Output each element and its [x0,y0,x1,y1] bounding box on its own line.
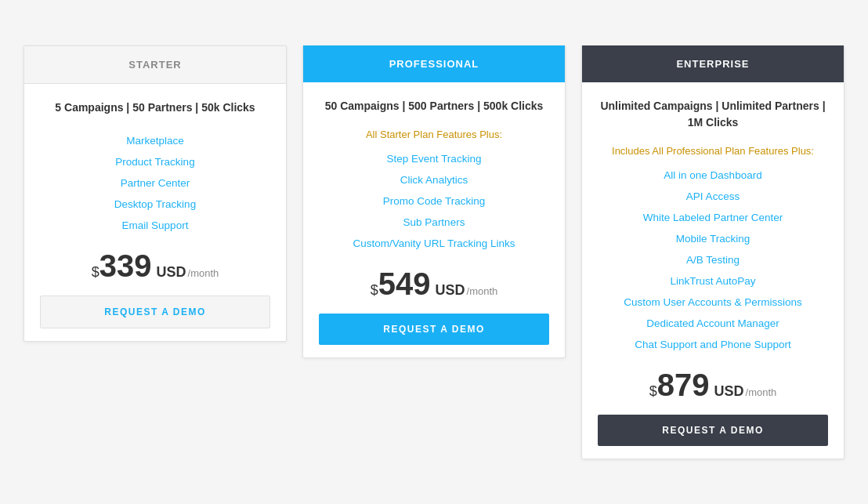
price-period: /month [188,267,219,279]
price-amount: 879 [657,369,710,401]
price-period: /month [467,285,498,297]
feature-item: Dedicated Account Manager [598,313,828,334]
feature-item: Promo Code Tracking [319,190,549,212]
feature-item: Product Tracking [40,151,270,172]
feature-item: All in one Dashboard [598,165,828,186]
cta-button-professional[interactable]: REQUEST A DEMO [319,314,549,345]
plan-features-enterprise: All in one DashboardAPI AccessWhite Labe… [598,165,828,355]
plan-price-enterprise: $879USD/month [649,369,777,401]
plan-card-enterprise: ENTERPRISEUnlimited Campaigns | Unlimite… [581,45,844,459]
feature-item: Mobile Tracking [598,228,828,249]
price-dollar: $ [371,283,378,297]
feature-item: Desktop Tracking [40,194,270,215]
plan-header-starter: STARTER [24,46,286,84]
feature-item: Email Support [40,215,270,236]
plan-tagline-enterprise: Unlimited Campaigns | Unlimited Partners… [598,98,828,131]
feature-item: White Labeled Partner Center [598,207,828,228]
price-amount: 549 [378,268,431,299]
plan-body-professional: 50 Campaigns | 500 Partners | 500k Click… [303,82,565,357]
plan-header-enterprise: ENTERPRISE [582,45,844,82]
plan-feature-label-professional: All Starter Plan Features Plus: [366,129,502,140]
feature-item: Partner Center [40,172,270,194]
plan-card-starter: STARTER5 Campaigns | 50 Partners | 50k C… [24,45,287,342]
price-amount: 339 [99,250,152,281]
cta-button-enterprise[interactable]: REQUEST A DEMO [598,415,828,446]
feature-item: Step Event Tracking [319,148,549,169]
price-currency: USD [436,282,465,298]
plan-header-professional: PROFESSIONAL [303,45,565,82]
feature-item: Chat Support and Phone Support [598,334,828,355]
feature-item: Custom User Accounts & Permissions [598,292,828,313]
plan-body-starter: 5 Campaigns | 50 Partners | 50k ClicksMa… [24,84,286,341]
plan-body-enterprise: Unlimited Campaigns | Unlimited Partners… [582,82,844,459]
price-dollar: $ [649,384,657,398]
plan-features-professional: Step Event TrackingClick AnalyticsPromo … [319,148,549,254]
feature-item: API Access [598,186,828,207]
feature-item: Sub Partners [319,212,549,233]
price-period: /month [746,386,777,398]
price-dollar: $ [92,265,99,279]
feature-item: A/B Testing [598,249,828,270]
plan-price-professional: $549USD/month [371,268,498,299]
feature-item: Click Analytics [319,169,549,190]
pricing-container: STARTER5 Campaigns | 50 Partners | 50k C… [16,45,852,459]
plan-tagline-starter: 5 Campaigns | 50 Partners | 50k Clicks [55,100,255,116]
plan-card-professional: PROFESSIONAL50 Campaigns | 500 Partners … [302,45,566,358]
plan-features-starter: MarketplaceProduct TrackingPartner Cente… [40,130,270,236]
cta-button-starter[interactable]: REQUEST A DEMO [40,296,270,328]
feature-item: Custom/Vanity URL Tracking Links [319,233,549,254]
plan-feature-label-enterprise: Includes All Professional Plan Features … [612,145,814,157]
price-currency: USD [714,383,744,399]
price-currency: USD [157,264,186,280]
feature-item: Marketplace [40,130,270,151]
plan-price-starter: $339USD/month [92,250,219,281]
plan-tagline-professional: 50 Campaigns | 500 Partners | 500k Click… [325,98,544,114]
feature-item: LinkTrust AutoPay [598,270,828,292]
